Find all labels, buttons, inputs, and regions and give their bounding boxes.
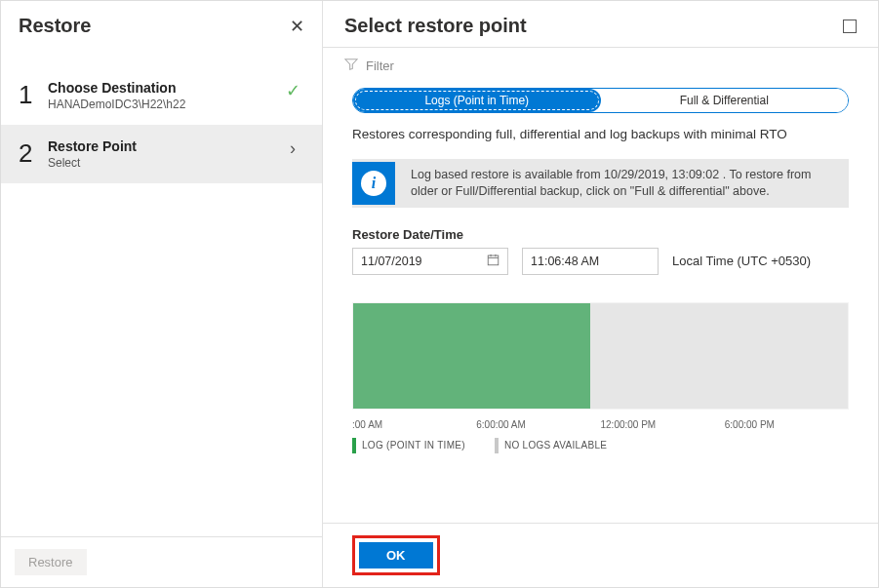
step-subtitle: Select xyxy=(48,156,281,170)
svg-rect-0 xyxy=(488,255,499,265)
step-indicator: › xyxy=(281,138,304,159)
datetime-row: 11/07/2019 11:06:48 AM Local Time (UTC +… xyxy=(352,248,849,275)
checkmark-icon: ✓ xyxy=(286,80,300,101)
right-footer: OK xyxy=(323,523,878,587)
app-root: Restore ✕ 1 Choose Destination HANADemoI… xyxy=(0,0,879,588)
tick-label: 12:00:00 PM xyxy=(601,419,725,430)
info-icon: i xyxy=(352,162,395,205)
timeline-axis-labels: :00 AM 6:00:00 AM 12:00:00 PM 6:00:00 PM xyxy=(352,415,849,438)
legend-label: NO LOGS AVAILABLE xyxy=(504,440,607,451)
step-number: 2 xyxy=(19,138,48,169)
restore-wizard-panel: Restore ✕ 1 Choose Destination HANADemoI… xyxy=(1,1,323,587)
legend-available: LOG (POINT IN TIME) xyxy=(352,438,465,453)
restore-datetime-label: Restore Date/Time xyxy=(352,227,849,242)
restore-date-value: 11/07/2019 xyxy=(361,255,422,268)
right-title: Select restore point xyxy=(344,15,527,37)
step-subtitle: HANADemoIDC3\H22\h22 xyxy=(48,98,281,111)
select-restore-point-panel: Select restore point Filter Logs (Point … xyxy=(323,1,878,587)
step-choose-destination[interactable]: 1 Choose Destination HANADemoIDC3\H22\h2… xyxy=(1,66,322,125)
content-area: Logs (Point in Time) Full & Differential… xyxy=(323,84,878,523)
left-title: Restore xyxy=(19,15,91,37)
filter-row[interactable]: Filter xyxy=(323,48,878,84)
legend-unavailable: NO LOGS AVAILABLE xyxy=(495,438,607,453)
tab-description: Restores corresponding full, differentia… xyxy=(352,127,849,141)
calendar-icon[interactable] xyxy=(487,254,499,268)
step-title: Choose Destination xyxy=(48,80,281,96)
tick-label: 6:00:00 PM xyxy=(725,419,849,430)
right-header: Select restore point xyxy=(323,1,878,48)
availability-timeline[interactable] xyxy=(352,302,849,410)
tab-logs-point-in-time[interactable]: Logs (Point in Time) xyxy=(353,89,601,112)
timeline-legend: LOG (POINT IN TIME) NO LOGS AVAILABLE xyxy=(352,438,849,453)
tick-label: :00 AM xyxy=(352,419,476,430)
info-text: Log based restore is available from 10/2… xyxy=(411,159,849,208)
restore-date-input[interactable]: 11/07/2019 xyxy=(352,248,508,275)
maximize-icon[interactable] xyxy=(843,20,857,33)
legend-swatch-grey xyxy=(495,438,499,453)
left-footer: Restore xyxy=(1,536,322,587)
timezone-label: Local Time (UTC +0530) xyxy=(672,254,811,268)
restore-button: Restore xyxy=(15,549,87,575)
tab-full-differential[interactable]: Full & Differential xyxy=(601,89,849,112)
step-title: Restore Point xyxy=(48,138,281,154)
timeline-available-region xyxy=(353,303,590,409)
filter-label: Filter xyxy=(366,59,394,73)
ok-highlight: OK xyxy=(352,535,440,575)
close-icon[interactable]: ✕ xyxy=(290,16,304,37)
step-number: 1 xyxy=(19,80,48,110)
wizard-steps: 1 Choose Destination HANADemoIDC3\H22\h2… xyxy=(1,47,322,536)
restore-time-value: 11:06:48 AM xyxy=(531,255,599,268)
step-body: Restore Point Select xyxy=(48,138,281,170)
tick-label: 6:00:00 AM xyxy=(476,419,600,430)
left-header: Restore ✕ xyxy=(1,1,322,47)
restore-time-input[interactable]: 11:06:48 AM xyxy=(522,248,659,275)
legend-label: LOG (POINT IN TIME) xyxy=(362,440,465,451)
step-restore-point[interactable]: 2 Restore Point Select › xyxy=(1,125,322,183)
backup-type-toggle: Logs (Point in Time) Full & Differential xyxy=(352,88,849,113)
filter-icon xyxy=(344,58,358,74)
timeline-unavailable-region xyxy=(590,303,848,409)
info-bar: i Log based restore is available from 10… xyxy=(352,159,849,208)
legend-swatch-green xyxy=(352,438,356,453)
ok-button[interactable]: OK xyxy=(359,542,433,568)
step-indicator: ✓ xyxy=(281,80,304,101)
step-body: Choose Destination HANADemoIDC3\H22\h22 xyxy=(48,80,281,111)
chevron-right-icon: › xyxy=(290,138,296,159)
